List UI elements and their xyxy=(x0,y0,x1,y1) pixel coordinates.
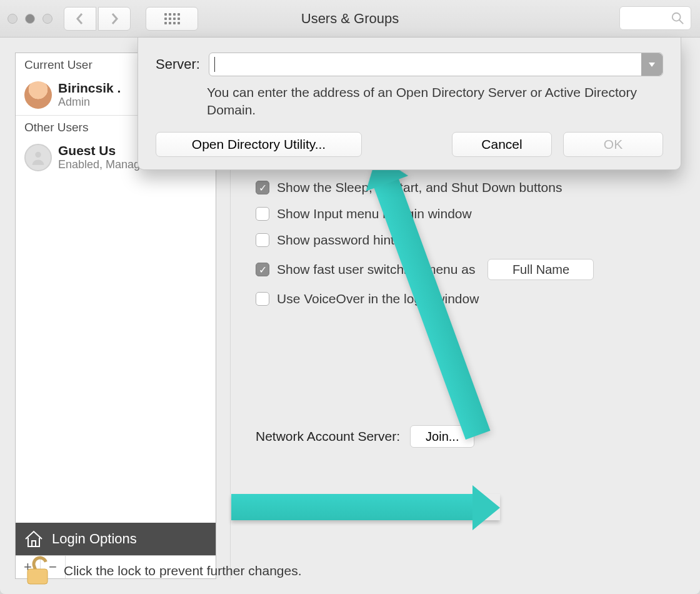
window-controls xyxy=(8,14,52,24)
option-label: Show password hints xyxy=(277,233,401,248)
open-directory-utility-button[interactable]: Open Directory Utility... xyxy=(156,132,362,157)
preferences-window: Users & Groups Current User Birincsik . … xyxy=(0,0,700,594)
server-sheet: Server: You can enter the address of an … xyxy=(138,38,681,170)
avatar-icon xyxy=(24,81,52,109)
option-label: Show fast user switching menu as xyxy=(277,262,475,277)
option-password-hints[interactable]: Show password hints xyxy=(256,233,679,248)
option-label: Show the Sleep, Restart, and Shut Down b… xyxy=(277,180,562,195)
close-window-button[interactable] xyxy=(8,14,18,24)
minimize-window-button[interactable] xyxy=(25,14,35,24)
checkbox-icon[interactable] xyxy=(256,292,269,306)
text-cursor xyxy=(214,57,215,72)
annotation-arrow-horizontal xyxy=(231,494,475,520)
network-account-row: Network Account Server: Join... xyxy=(237,425,679,448)
option-fast-user-switching[interactable]: ✓ Show fast user switching menu as Full … xyxy=(256,259,679,280)
svg-point-0 xyxy=(672,13,681,21)
server-help-text: You can enter the address of an Open Dir… xyxy=(207,84,663,119)
forward-button[interactable] xyxy=(98,7,131,31)
login-options-label: Login Options xyxy=(52,531,137,547)
cancel-button[interactable]: Cancel xyxy=(452,132,552,157)
server-dropdown-button[interactable] xyxy=(641,53,662,76)
lock-text: Click the lock to prevent further change… xyxy=(64,563,302,578)
svg-point-2 xyxy=(35,151,41,157)
checkbox-icon[interactable] xyxy=(256,207,269,221)
login-options-row[interactable]: Login Options xyxy=(16,523,216,555)
show-all-button[interactable] xyxy=(146,7,198,31)
login-options-list: ✓ Show the Sleep, Restart, and Shut Down… xyxy=(237,180,679,306)
titlebar: Users & Groups xyxy=(0,0,700,38)
server-label: Server: xyxy=(156,56,200,73)
nav-buttons xyxy=(64,7,131,31)
grid-icon xyxy=(164,13,180,24)
zoom-window-button[interactable] xyxy=(42,14,52,24)
option-label: Show Input menu in login window xyxy=(277,206,472,221)
back-button[interactable] xyxy=(64,7,96,31)
search-field[interactable] xyxy=(619,6,691,30)
server-input[interactable] xyxy=(209,53,663,76)
option-voiceover[interactable]: Use VoiceOver in the login window xyxy=(256,291,679,306)
search-icon xyxy=(671,11,684,25)
user-name: Birincsik . xyxy=(58,81,121,96)
avatar-generic-icon xyxy=(24,144,52,171)
home-icon xyxy=(24,530,43,548)
chevron-down-icon xyxy=(648,60,656,69)
dropdown-value: Full Name xyxy=(512,263,569,277)
fast-switch-dropdown[interactable]: Full Name xyxy=(488,259,594,280)
option-input-menu[interactable]: Show Input menu in login window xyxy=(256,206,679,221)
option-label: Use VoiceOver in the login window xyxy=(277,291,479,306)
svg-rect-4 xyxy=(28,569,48,584)
ok-button[interactable]: OK xyxy=(563,132,663,157)
checkbox-checked-icon[interactable]: ✓ xyxy=(256,263,269,276)
svg-marker-6 xyxy=(649,63,655,67)
svg-rect-3 xyxy=(32,541,36,546)
checkbox-checked-icon[interactable]: ✓ xyxy=(256,181,269,194)
checkbox-icon[interactable] xyxy=(256,233,269,247)
svg-line-1 xyxy=(679,20,683,24)
lock-row: Click the lock to prevent further change… xyxy=(24,555,302,586)
option-sleep-buttons[interactable]: ✓ Show the Sleep, Restart, and Shut Down… xyxy=(256,180,679,195)
lock-open-icon[interactable] xyxy=(24,555,51,586)
user-role: Admin xyxy=(58,96,121,109)
network-account-label: Network Account Server: xyxy=(256,429,400,444)
